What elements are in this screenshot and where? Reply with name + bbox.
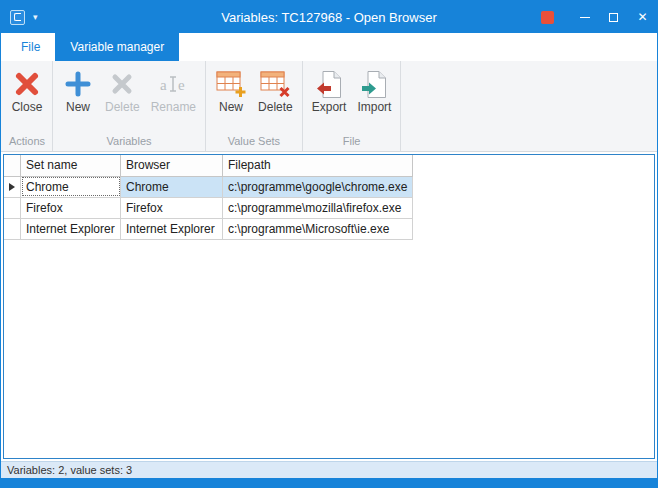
minimize-button[interactable]	[570, 1, 599, 33]
new-value-set-label: New	[219, 100, 243, 114]
rename-variable-button[interactable]: a e Rename	[146, 64, 201, 116]
cell-set-name[interactable]: Chrome	[21, 176, 121, 197]
cell-filepath[interactable]: c:\programme\google\chrome.exe	[223, 176, 413, 197]
ribbon-group-variables: New Delete a e Ren	[53, 61, 206, 151]
rename-icon: a e	[157, 68, 189, 100]
close-button-label: Close	[12, 100, 43, 114]
export-label: Export	[312, 100, 347, 114]
ribbon-group-file: Export Import File	[303, 61, 402, 151]
table-row[interactable]: Chrome Chrome c:\programme\google\chrome…	[4, 176, 413, 197]
ribbon-tabs: File Variable manager	[1, 33, 657, 61]
group-caption-file: File	[307, 132, 397, 151]
group-caption-actions: Actions	[6, 132, 48, 151]
cell-browser[interactable]: Chrome	[121, 176, 223, 197]
rename-variable-label: Rename	[151, 100, 196, 114]
tab-variable-manager[interactable]: Variable manager	[55, 33, 179, 61]
delete-value-set-button[interactable]: Delete	[253, 64, 298, 116]
delete-variable-icon	[109, 68, 135, 100]
titlebar: ▾ Variables: TC127968 - Open Browser ✕	[1, 1, 657, 33]
close-window-button[interactable]: ✕	[628, 1, 657, 33]
group-caption-variables: Variables	[57, 132, 201, 151]
window-controls: ✕	[541, 1, 657, 33]
status-bar: Variables: 2, value sets: 3	[1, 461, 657, 478]
new-value-set-icon	[216, 68, 247, 100]
table-row[interactable]: Internet Explorer Internet Explorer c:\p…	[4, 218, 413, 239]
cell-browser[interactable]: Firefox	[121, 197, 223, 218]
new-variable-button[interactable]: New	[57, 64, 99, 116]
tab-file[interactable]: File	[6, 33, 55, 61]
export-button[interactable]: Export	[307, 64, 352, 116]
table-row[interactable]: Firefox Firefox c:\programme\mozilla\fir…	[4, 197, 413, 218]
cell-filepath[interactable]: c:\programme\mozilla\firefox.exe	[223, 197, 413, 218]
current-row-indicator	[4, 176, 21, 197]
delete-value-set-icon	[260, 68, 291, 100]
app-icon[interactable]	[10, 10, 25, 25]
new-variable-label: New	[66, 100, 90, 114]
minimize-icon	[580, 17, 590, 18]
import-label: Import	[357, 100, 391, 114]
delete-value-set-label: Delete	[258, 100, 293, 114]
export-icon	[315, 68, 343, 100]
variables-window: ▾ Variables: TC127968 - Open Browser ✕ F…	[0, 0, 658, 488]
import-button[interactable]: Import	[352, 64, 396, 116]
ribbon-group-value-sets: New Delete Value Sets	[206, 61, 303, 151]
column-header-browser[interactable]: Browser	[121, 155, 223, 176]
column-header-set-name[interactable]: Set name	[21, 155, 121, 176]
row-indicator-cell	[4, 218, 21, 239]
ribbon-group-actions: Close Actions	[2, 61, 53, 151]
header-row: Set name Browser Filepath	[4, 155, 413, 176]
row-indicator-header	[4, 155, 21, 176]
maximize-button[interactable]	[599, 1, 628, 33]
close-window-icon: ✕	[637, 10, 647, 24]
import-icon	[360, 68, 388, 100]
quick-access-dropdown-icon[interactable]: ▾	[33, 13, 38, 22]
svg-text:e: e	[178, 77, 185, 93]
window-bottom-border	[1, 478, 657, 487]
group-caption-value-sets: Value Sets	[210, 132, 298, 151]
quick-access-toolbar: ▾	[1, 10, 38, 25]
maximize-icon	[609, 13, 618, 22]
variables-table: Set name Browser Filepath Chrome Chrome …	[4, 155, 413, 240]
current-row-indicator-icon	[9, 183, 15, 191]
row-indicator-cell	[4, 197, 21, 218]
alert-badge-icon	[541, 11, 554, 24]
status-text: Variables: 2, value sets: 3	[7, 464, 132, 476]
ribbon: Close Actions New Delete	[1, 61, 657, 152]
svg-text:a: a	[160, 77, 167, 93]
close-button[interactable]: Close	[6, 64, 48, 116]
cell-browser[interactable]: Internet Explorer	[121, 218, 223, 239]
cell-set-name[interactable]: Internet Explorer	[21, 218, 121, 239]
delete-variable-label: Delete	[105, 100, 140, 114]
delete-variable-button[interactable]: Delete	[100, 64, 145, 116]
close-icon	[12, 68, 42, 100]
cell-filepath[interactable]: c:\programme\Microsoft\ie.exe	[223, 218, 413, 239]
new-value-set-button[interactable]: New	[210, 64, 252, 116]
new-variable-icon	[64, 68, 92, 100]
variables-grid: Set name Browser Filepath Chrome Chrome …	[3, 154, 655, 459]
column-header-filepath[interactable]: Filepath	[223, 155, 413, 176]
cell-set-name[interactable]: Firefox	[21, 197, 121, 218]
